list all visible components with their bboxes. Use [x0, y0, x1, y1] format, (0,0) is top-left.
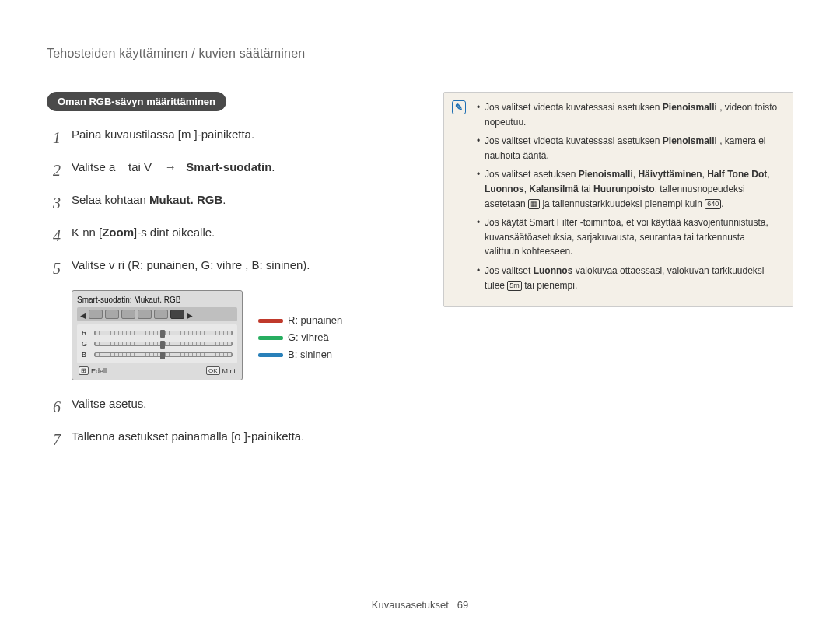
footer-section: Kuvausasetukset — [372, 599, 449, 611]
text: Edell. — [91, 367, 109, 375]
step-2: 2 Valitse a tai V → Smart-suodatin. — [47, 158, 404, 183]
text-bold: Pienoismalli — [579, 169, 633, 180]
text: Jos valitset videota kuvatessasi asetuks… — [485, 102, 663, 113]
tab-icon — [121, 310, 135, 319]
step-number: 7 — [47, 427, 61, 452]
ok-hint: OK M rit — [206, 366, 236, 375]
text-bold: Pienoismalli — [663, 102, 717, 113]
note-box: ✎ Jos valitset videota kuvatessasi asetu… — [443, 92, 793, 307]
resolution-5m-icon: 5m — [507, 281, 522, 291]
text-bold: Smart-suodatin — [186, 160, 271, 173]
legend-bar-red — [258, 319, 283, 323]
record-rate-icon: ▦ — [528, 199, 540, 209]
info-icon: ✎ — [452, 100, 466, 114]
step-text: Valitse a tai V → Smart-suodatin. — [72, 158, 404, 177]
text: ]-painiketta. — [244, 429, 305, 443]
legend-bar-blue — [258, 353, 283, 357]
step-6: 6 Valitse asetus. — [47, 394, 404, 419]
legend-label: R: punainen — [288, 312, 342, 329]
text: M rit — [222, 367, 236, 375]
tab-icon — [89, 310, 103, 319]
text: tai V — [128, 160, 152, 173]
text-bold: Mukaut. RGB — [149, 193, 222, 206]
left-column: Oman RGB-sävyn määrittäminen 1 Paina kuv… — [47, 92, 404, 461]
text: ja tallennustarkkuudeksi pienempi kuin — [540, 198, 705, 209]
note-item: Jos valitset videota kuvatessasi asetuks… — [477, 100, 782, 129]
step-number: 4 — [47, 223, 61, 248]
text: Jos valitset — [485, 265, 534, 276]
text: K nn [ — [72, 226, 102, 239]
text-bold: Kalansilmä — [529, 184, 578, 194]
slider-row-b: B — [82, 349, 233, 360]
step-number: 6 — [47, 394, 61, 419]
step-number: 3 — [47, 191, 61, 215]
page-header: Tehosteiden käyttäminen / kuvien säätämi… — [47, 47, 793, 61]
filter-tab-row: ◀ ▶ — [77, 307, 237, 321]
device-footer: ⊞ Edell. OK M rit — [77, 366, 237, 375]
step-text: Paina kuvaustilassa [m ]-painiketta. — [72, 125, 404, 144]
grid-icon: ⊞ — [79, 366, 89, 375]
device-preview-area: Smart-suodatin: Mukaut. RGB ◀ ▶ R — [72, 290, 404, 380]
text-bold: Half Tone Dot — [707, 169, 767, 180]
back-hint: ⊞ Edell. — [79, 366, 109, 375]
tab-icon — [138, 310, 152, 319]
ok-icon: OK — [206, 366, 220, 375]
step-text: Valitse asetus. — [72, 394, 404, 413]
tab-icon — [154, 310, 168, 319]
step-text: Selaa kohtaan Mukaut. RGB. — [72, 191, 404, 209]
step-text: Tallenna asetukset painamalla [o ]-paini… — [72, 427, 404, 446]
legend-r: R: punainen — [258, 312, 342, 329]
slider-label: R — [82, 329, 89, 337]
step-7: 7 Tallenna asetukset painamalla [o ]-pai… — [47, 427, 404, 452]
device-title: Smart-suodatin: Mukaut. RGB — [77, 296, 237, 304]
step-number: 5 — [47, 256, 61, 281]
text: ]-painiketta. — [194, 128, 255, 141]
text: Valitse a — [72, 160, 115, 173]
tab-icon — [105, 310, 119, 319]
slider-track — [94, 342, 233, 346]
color-legend: R: punainen G: vihreä B: sininen — [258, 312, 342, 363]
text: , — [767, 169, 769, 180]
text: Paina kuvaustilassa [m — [72, 128, 191, 141]
step-number: 2 — [47, 158, 61, 183]
slider-track — [94, 331, 233, 335]
text: . — [222, 193, 226, 206]
slider-row-g: G — [82, 338, 233, 349]
step-number: 1 — [47, 125, 61, 150]
legend-bar-green — [258, 336, 283, 340]
legend-label: G: vihreä — [288, 329, 329, 346]
device-screen: Smart-suodatin: Mukaut. RGB ◀ ▶ R — [72, 290, 243, 380]
step-text: Valitse v ri (R: punainen, G: vihre , B:… — [72, 256, 404, 275]
slider-marker — [160, 330, 165, 338]
right-column: ✎ Jos valitset videota kuvatessasi asetu… — [443, 92, 793, 307]
steps-list-bottom: 6 Valitse asetus. 7 Tallenna asetukset p… — [47, 394, 404, 452]
slider-marker — [160, 352, 165, 359]
resolution-640-icon: 640 — [705, 199, 721, 209]
step-4: 4 K nn [Zoom]-s dint oikealle. — [47, 223, 404, 248]
text-bold: Huurunpoisto — [593, 184, 655, 194]
steps-list-top: 1 Paina kuvaustilassa [m ]-painiketta. 2… — [47, 125, 404, 281]
tab-icon-active — [170, 310, 184, 319]
slider-label: B — [82, 351, 89, 359]
text-bold: Luonnos — [485, 184, 524, 194]
text: . — [271, 160, 275, 173]
slider-marker — [160, 341, 165, 349]
text-bold: Luonnos — [534, 265, 573, 276]
slider-track — [94, 352, 233, 357]
legend-b: B: sininen — [258, 346, 342, 363]
arrow-right-icon: ▶ — [187, 311, 193, 317]
legend-label: B: sininen — [288, 346, 332, 363]
step-3: 3 Selaa kohtaan Mukaut. RGB. — [47, 191, 404, 215]
section-pill: Oman RGB-sävyn määrittäminen — [47, 92, 226, 111]
legend-g: G: vihreä — [258, 329, 342, 346]
text-bold: Häivyttäminen — [638, 169, 702, 180]
arrow-icon: → — [165, 160, 177, 173]
step-text: K nn [Zoom]-s dint oikealle. — [72, 223, 404, 242]
text: ]-s dint oikealle. — [134, 226, 215, 239]
note-item: Jos valitset videota kuvatessasi asetuks… — [477, 134, 782, 163]
step-1: 1 Paina kuvaustilassa [m ]-painiketta. — [47, 125, 404, 150]
text-bold: Zoom — [102, 226, 134, 239]
step-5: 5 Valitse v ri (R: punainen, G: vihre , … — [47, 256, 404, 281]
arrow-left-icon: ◀ — [80, 311, 86, 317]
text-bold: Pienoismalli — [663, 135, 717, 146]
